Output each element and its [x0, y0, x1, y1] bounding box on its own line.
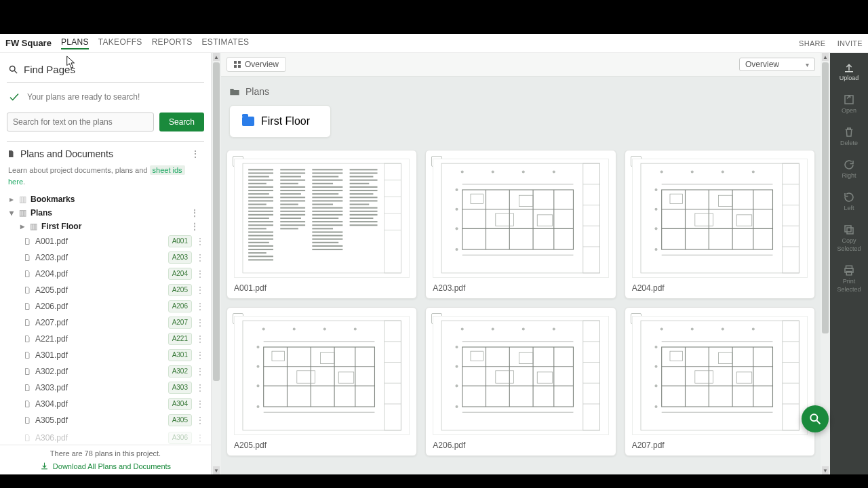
search-fab[interactable] [802, 405, 829, 432]
overview-dropdown[interactable]: Overview ▾ [739, 58, 815, 71]
tree-first-floor[interactable]: ▸ ▥ First Floor ⋮ [7, 220, 204, 233]
grid-icon [234, 61, 241, 68]
file-icon [23, 400, 31, 408]
file-row[interactable]: A203.pdfA203⋮ [7, 249, 204, 266]
svg-point-0 [10, 66, 16, 72]
file-name: A206.pdf [35, 302, 164, 311]
file-menu-icon[interactable]: ⋮ [196, 399, 203, 409]
file-icon [23, 237, 31, 245]
file-row[interactable]: A207.pdfA207⋮ [7, 314, 204, 331]
svg-rect-4 [234, 65, 237, 68]
plan-card[interactable]: A203.pdf [425, 150, 616, 299]
file-menu-icon[interactable]: ⋮ [196, 350, 203, 360]
rail-rotate-right[interactable]: Right [830, 153, 868, 184]
scroll-up-icon[interactable]: ▲ [822, 53, 829, 61]
file-menu-icon[interactable]: ⋮ [196, 269, 203, 279]
svg-rect-2 [234, 61, 237, 64]
svg-line-14 [817, 421, 821, 424]
file-row[interactable]: A306.pdfA306⋮ [7, 430, 204, 445]
scroll-down-icon[interactable]: ▼ [822, 466, 829, 474]
plan-card[interactable]: A205.pdf [226, 307, 417, 456]
document-icon [7, 150, 15, 158]
chevron-down-icon: ▾ [806, 61, 809, 68]
sidebar-scrollbar[interactable]: ▲ ▼ [212, 53, 221, 474]
search-input[interactable] [7, 113, 154, 131]
file-menu-icon[interactable]: ⋮ [196, 285, 203, 295]
card-caption: A203.pdf [431, 281, 610, 293]
file-menu-icon[interactable]: ⋮ [196, 367, 203, 376]
file-menu-icon[interactable]: ⋮ [196, 334, 203, 344]
file-menu-icon[interactable]: ⋮ [196, 237, 203, 246]
file-row[interactable]: A204.pdfA204⋮ [7, 266, 204, 282]
upload-icon [843, 61, 855, 73]
download-all-link[interactable]: Download All Plans and Documents [40, 462, 171, 470]
file-row[interactable]: A305.pdfA305⋮ [7, 412, 204, 428]
learn-here-link[interactable]: here [8, 178, 23, 186]
plan-card[interactable]: A001.pdf [226, 150, 417, 299]
plans-docs-menu-icon[interactable]: ⋮ [191, 148, 204, 159]
rail-rotate-left[interactable]: Left [830, 186, 868, 217]
file-menu-icon[interactable]: ⋮ [196, 433, 203, 443]
tree-plans-menu-icon[interactable]: ⋮ [191, 208, 203, 218]
nav-tab-reports[interactable]: REPORTS [152, 37, 193, 49]
search-button[interactable]: Search [159, 113, 204, 131]
tree-bookmarks[interactable]: ▸ ▥ Bookmarks [7, 192, 204, 206]
plans-docs-header: Plans and Documents ⋮ [7, 141, 204, 159]
svg-rect-5 [238, 65, 241, 68]
card-caption: A205.pdf [233, 438, 411, 450]
overview-tab[interactable]: Overview [226, 57, 286, 72]
scroll-up-icon[interactable]: ▲ [213, 53, 220, 61]
file-row[interactable]: A303.pdfA303⋮ [7, 380, 204, 396]
sheet-id-badge: A303 [168, 382, 192, 394]
file-menu-icon[interactable]: ⋮ [196, 318, 203, 327]
file-icon [23, 384, 31, 392]
file-row[interactable]: A001.pdfA001⋮ [7, 233, 204, 249]
file-row[interactable]: A205.pdfA205⋮ [7, 282, 204, 298]
sheet-id-badge: A205 [168, 284, 192, 296]
file-row[interactable]: A301.pdfA301⋮ [7, 347, 204, 363]
nav-tab-estimates[interactable]: ESTIMATES [202, 37, 250, 49]
plan-card[interactable]: A207.pdf [625, 307, 815, 456]
share-link[interactable]: SHARE [799, 39, 825, 47]
brand-title: FW Square [5, 38, 52, 48]
tree-first-floor-menu-icon[interactable]: ⋮ [191, 222, 203, 231]
file-menu-icon[interactable]: ⋮ [196, 415, 203, 425]
plan-thumbnail [632, 159, 808, 278]
scrollbar-thumb[interactable] [213, 62, 220, 381]
plan-thumbnail [433, 159, 608, 278]
tree-plans[interactable]: ▾ ▥ Plans ⋮ [7, 206, 204, 220]
sheet-ids-link[interactable]: sheet ids [150, 165, 185, 175]
content-area: Overview Overview ▾ Plans [221, 53, 821, 474]
file-menu-icon[interactable]: ⋮ [196, 302, 203, 311]
scrollbar-thumb[interactable] [822, 62, 829, 333]
nav-tab-takeoffs[interactable]: TAKEOFFS [98, 37, 142, 49]
rail-upload[interactable]: Upload [830, 56, 868, 87]
search-icon [8, 64, 18, 75]
svg-rect-3 [238, 61, 241, 64]
file-row[interactable]: A302.pdfA302⋮ [7, 363, 204, 380]
find-pages-header: Find Pages [7, 60, 204, 83]
file-row[interactable]: A304.pdfA304⋮ [7, 396, 204, 412]
rail-open[interactable]: Open [830, 88, 868, 119]
file-menu-icon[interactable]: ⋮ [196, 253, 203, 262]
rotate-right-icon [843, 159, 855, 171]
rail-copy[interactable]: Copy Selected [830, 218, 868, 258]
scroll-down-icon[interactable]: ▼ [213, 466, 220, 474]
folder-first-floor[interactable]: First Floor [229, 105, 331, 138]
nav-tab-plans[interactable]: PLANS [61, 37, 89, 49]
file-row[interactable]: A206.pdfA206⋮ [7, 298, 204, 314]
find-pages-title: Find Pages [24, 64, 75, 75]
rail-delete[interactable]: Delete [830, 121, 868, 152]
file-row[interactable]: A221.pdfA221⋮ [7, 331, 204, 347]
file-menu-icon[interactable]: ⋮ [196, 383, 203, 392]
file-name: A207.pdf [35, 318, 164, 327]
window-letterbox-top [0, 0, 868, 34]
plan-card[interactable]: A206.pdf [425, 307, 616, 456]
file-name: A304.pdf [35, 399, 164, 409]
plan-card[interactable]: A204.pdf [625, 150, 815, 299]
invite-link[interactable]: INVITE [837, 39, 863, 47]
file-name: A303.pdf [35, 383, 164, 392]
rail-print[interactable]: Print Selected [830, 259, 868, 298]
file-name: A221.pdf [35, 334, 164, 344]
plan-thumbnail [632, 316, 808, 435]
